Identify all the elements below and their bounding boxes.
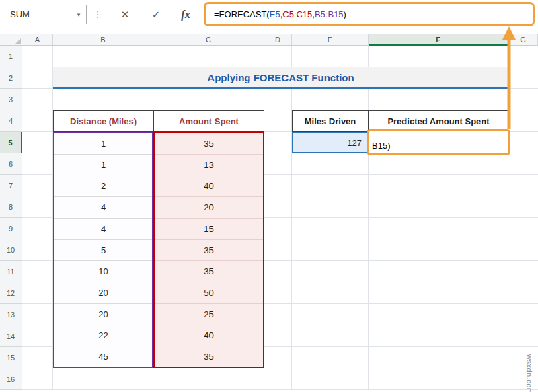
row-header-5[interactable]: 5 <box>0 132 22 153</box>
formula-bar[interactable]: =FORECAST(E5,C5:C15,B5:B15) <box>204 2 535 26</box>
cell-b15[interactable]: 45 <box>54 346 152 367</box>
cell-b10[interactable]: 5 <box>54 240 152 262</box>
worksheet-title-cell[interactable]: Applying FORECAST Function <box>53 67 508 89</box>
cell-c8[interactable]: 20 <box>155 197 263 219</box>
col-header-c[interactable]: C <box>153 34 264 46</box>
formula-overflow-line1: =FORECAST(E5,C5:C15,B5: <box>372 131 477 138</box>
cell-c13[interactable]: 25 <box>155 304 263 325</box>
row-header-13[interactable]: 13 <box>0 304 22 325</box>
formula-part-function: =FORECAST( <box>214 9 270 19</box>
range-c5-c15[interactable]: 35 13 40 20 15 35 35 50 25 40 35 <box>153 132 264 368</box>
cell-c4-amount-header[interactable]: Amount Spent <box>153 110 264 132</box>
formula-overflow-line2: B15) <box>372 141 390 151</box>
row-header-7[interactable]: 7 <box>0 175 22 196</box>
row-header-9[interactable]: 9 <box>0 218 22 239</box>
formula-part-close: ) <box>344 9 346 19</box>
name-box[interactable]: SUM ▾ <box>3 5 87 24</box>
cell-b5[interactable]: 1 <box>54 133 152 155</box>
gridline <box>508 46 508 390</box>
cell-e5-miles-value[interactable]: 127 <box>292 132 369 153</box>
gridline <box>291 46 292 390</box>
cancel-icon[interactable]: ✕ <box>113 5 137 24</box>
row-header-11[interactable]: 11 <box>0 261 22 282</box>
range-b5-b15[interactable]: 1 1 2 4 4 5 10 20 20 22 45 <box>53 132 153 368</box>
splitter-dots-icon: ⋮ <box>93 5 102 24</box>
cell-c15[interactable]: 35 <box>155 346 263 367</box>
select-all-corner[interactable] <box>0 34 22 46</box>
row-header-6[interactable]: 6 <box>0 153 22 175</box>
cell-b13[interactable]: 20 <box>54 304 152 325</box>
gridline <box>368 46 369 390</box>
row-header-8[interactable]: 8 <box>0 196 22 218</box>
row-header-10[interactable]: 10 <box>0 239 22 261</box>
cell-b12[interactable]: 20 <box>54 282 152 304</box>
cell-b14[interactable]: 22 <box>54 325 152 347</box>
row-header-3[interactable]: 3 <box>0 89 22 110</box>
col-header-d[interactable]: D <box>264 34 292 46</box>
cell-b9[interactable]: 4 <box>54 219 152 240</box>
row-header-15[interactable]: 15 <box>0 347 22 368</box>
formula-ref-b5b15: B5:B15 <box>315 9 344 19</box>
cell-b6[interactable]: 1 <box>54 155 152 176</box>
cell-b7[interactable]: 2 <box>54 175 152 197</box>
row-header-12[interactable]: 12 <box>0 282 22 304</box>
row-header-4[interactable]: 4 <box>0 110 22 132</box>
cell-c12[interactable]: 50 <box>155 282 263 304</box>
name-box-value[interactable]: SUM <box>3 5 71 24</box>
cell-c6[interactable]: 13 <box>155 155 263 176</box>
cell-f5-formula-edit[interactable]: =FORECAST(E5,C5:C15,B5: B15) <box>367 129 510 155</box>
formula-toolbar: SUM ▾ ⋮ ✕ ✓ fx =FORECAST(E5,C5:C15,B5:B1… <box>0 0 538 31</box>
col-header-a[interactable]: A <box>22 34 53 46</box>
cell-b8[interactable]: 4 <box>54 197 152 219</box>
enter-icon[interactable]: ✓ <box>144 5 168 24</box>
cell-b4-distance-header[interactable]: Distance (Miles) <box>53 110 153 132</box>
cell-e4-miles-header[interactable]: Miles Driven <box>292 110 369 132</box>
cell-b11[interactable]: 10 <box>54 261 152 282</box>
name-box-dropdown-icon[interactable]: ▾ <box>71 5 86 24</box>
cell-c5[interactable]: 35 <box>155 133 263 155</box>
cell-c11[interactable]: 35 <box>155 261 263 282</box>
formula-ref-e5: E5 <box>270 9 280 19</box>
col-header-b[interactable]: B <box>53 34 153 46</box>
cell-c9[interactable]: 15 <box>155 219 263 240</box>
col-header-g[interactable]: G <box>508 34 538 46</box>
cell-c7[interactable]: 40 <box>155 175 263 197</box>
formula-ref-c5c15: C5:C15 <box>282 9 312 19</box>
row-header-14[interactable]: 14 <box>0 325 22 347</box>
watermark: wsxdn.com <box>525 354 533 392</box>
cell-c14[interactable]: 40 <box>155 325 263 347</box>
insert-function-icon[interactable]: fx <box>174 5 198 24</box>
row-header-16[interactable]: 16 <box>0 368 22 390</box>
row-header-1[interactable]: 1 <box>0 46 22 67</box>
row-header-2[interactable]: 2 <box>0 67 22 89</box>
excel-window: SUM ▾ ⋮ ✕ ✓ fx =FORECAST(E5,C5:C15,B5:B1… <box>0 0 538 392</box>
col-header-e[interactable]: E <box>292 34 369 46</box>
col-header-f[interactable]: F <box>369 34 508 46</box>
cell-c10[interactable]: 35 <box>155 240 263 262</box>
